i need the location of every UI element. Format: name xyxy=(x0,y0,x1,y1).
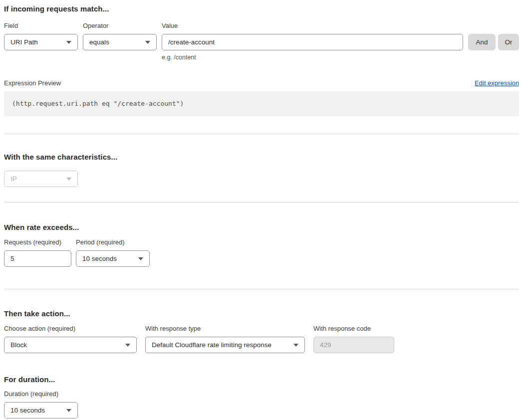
choose-action-label: Choose action (required) xyxy=(4,325,137,333)
field-label: Field xyxy=(4,22,78,30)
operator-select-value: equals xyxy=(89,38,109,46)
action-row: Choose action (required) Block With resp… xyxy=(4,325,519,353)
response-type-select[interactable]: Default Cloudflare rate limiting respons… xyxy=(145,337,305,353)
expression-preview-header: Expression Preview Edit expression xyxy=(4,79,519,87)
section-divider xyxy=(4,289,519,289)
response-type-select-value: Default Cloudflare rate limiting respons… xyxy=(152,341,271,349)
chevron-down-icon xyxy=(66,41,71,44)
action-section-title: Then take action... xyxy=(4,309,519,319)
rate-section-title: When rate exceeds... xyxy=(4,222,519,232)
characteristic-select-value: IP xyxy=(10,175,17,183)
chevron-down-icon xyxy=(293,344,298,347)
choose-action-select[interactable]: Block xyxy=(4,337,137,353)
edit-expression-link[interactable]: Edit expression xyxy=(475,79,519,87)
period-select-value: 10 seconds xyxy=(82,255,117,262)
chevron-down-icon xyxy=(138,257,143,260)
period-label: Period (required) xyxy=(76,238,150,246)
operator-select[interactable]: equals xyxy=(83,34,157,50)
characteristic-select: IP xyxy=(4,171,78,187)
duration-section-title: For duration... xyxy=(4,375,519,385)
value-input[interactable] xyxy=(162,34,463,50)
field-select[interactable]: URI Path xyxy=(4,34,78,50)
requests-label: Requests (required) xyxy=(4,238,71,246)
chevron-down-icon xyxy=(145,41,150,44)
response-code-input xyxy=(313,337,394,353)
or-button[interactable]: Or xyxy=(498,34,519,50)
response-type-label: With response type xyxy=(145,325,305,333)
choose-action-select-value: Block xyxy=(10,341,27,349)
operator-label: Operator xyxy=(83,22,157,30)
section-divider xyxy=(4,202,519,203)
section-divider xyxy=(4,134,519,134)
expression-preview-label: Expression Preview xyxy=(4,79,61,87)
characteristics-section-title: With the same characteristics... xyxy=(4,152,519,162)
match-row: Field URI Path Operator equals Value e.g… xyxy=(4,22,519,61)
value-helper-text: e.g. /content xyxy=(162,54,463,61)
requests-input[interactable] xyxy=(4,250,71,267)
rate-limiting-rule-form: If incoming requests match... Field URI … xyxy=(0,0,523,420)
match-section-title: If incoming requests match... xyxy=(4,4,519,14)
value-label: Value xyxy=(162,22,463,30)
rate-row: Requests (required) Period (required) 10… xyxy=(4,238,519,267)
expression-code-block: (http.request.uri.path eq "/create-accou… xyxy=(4,91,519,116)
period-select[interactable]: 10 seconds xyxy=(76,250,150,267)
chevron-down-icon xyxy=(66,178,71,181)
field-select-value: URI Path xyxy=(10,38,38,46)
response-code-label: With response code xyxy=(313,325,394,333)
spacer-label xyxy=(468,22,519,30)
chevron-down-icon xyxy=(66,409,71,412)
chevron-down-icon xyxy=(125,344,130,347)
duration-select-value: 10 seconds xyxy=(10,407,45,414)
duration-label: Duration (required) xyxy=(4,390,78,398)
and-button[interactable]: And xyxy=(468,34,496,50)
duration-select[interactable]: 10 seconds xyxy=(4,402,78,419)
